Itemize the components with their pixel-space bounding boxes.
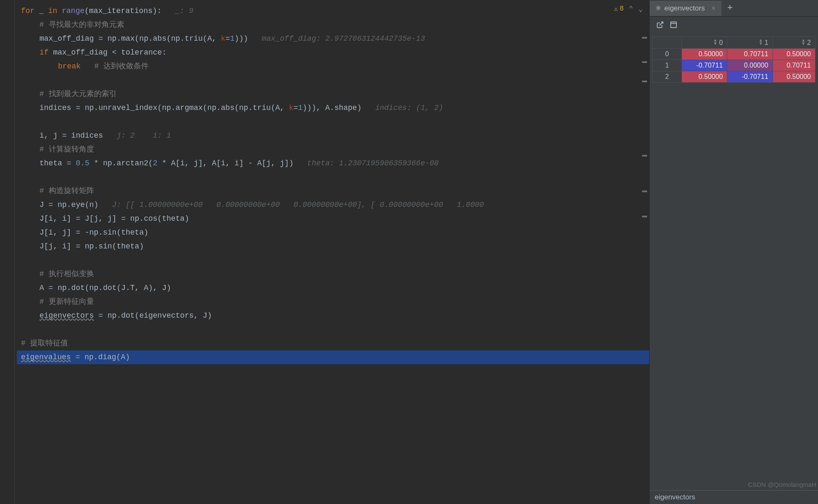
data-cell[interactable]: 0.70711 [773, 60, 815, 71]
sort-icon: ▲▼ [713, 39, 717, 45]
tab-eigenvectors[interactable]: ✱ eigenvectors × [650, 1, 721, 16]
table-header-row: ▲▼0 ▲▼1 ▲▼2 [653, 37, 815, 49]
table-row: 20.50000-0.707110.50000 [653, 71, 815, 83]
corner-cell [653, 37, 682, 49]
table-row: 1-0.707110.000000.70711 [653, 60, 815, 71]
data-cell[interactable]: 0.50000 [773, 49, 815, 60]
data-cell[interactable]: -0.70711 [727, 71, 773, 83]
open-external-icon[interactable] [656, 21, 664, 31]
tab-bar: ✱ eigenvectors × + [650, 0, 818, 17]
table-row: 00.500000.707110.50000 [653, 49, 815, 60]
window-icon[interactable] [670, 21, 677, 31]
code-editor[interactable]: for _ in range(max_iterations): _: 9 # 寻… [0, 0, 649, 364]
variable-icon: ✱ [655, 4, 661, 12]
data-table: ▲▼0 ▲▼1 ▲▼2 00.500000.707110.500001-0.70… [652, 37, 815, 83]
data-cell[interactable]: -0.70711 [682, 60, 727, 71]
panel-footer: eigenvectors [650, 490, 818, 504]
data-cell[interactable]: 0.50000 [773, 71, 815, 83]
footer-label: eigenvectors [655, 493, 695, 501]
watermark: CSDN @QomolangmaH [748, 481, 816, 488]
highlighted-line: eigenvalues = np.diag(A) [17, 350, 649, 364]
data-viewer-panel: ✱ eigenvectors × + ▲▼0 ▲▼1 ▲▼2 00.500000… [649, 0, 818, 504]
column-header[interactable]: ▲▼1 [727, 37, 773, 49]
row-index: 2 [653, 71, 682, 83]
row-index: 1 [653, 60, 682, 71]
data-cell[interactable]: 0.50000 [682, 71, 727, 83]
svg-rect-1 [671, 22, 676, 28]
sort-icon: ▲▼ [801, 39, 805, 45]
svg-line-0 [660, 22, 663, 25]
row-index: 0 [653, 49, 682, 60]
add-tab-button[interactable]: + [721, 3, 739, 13]
data-cell[interactable]: 0.70711 [727, 49, 773, 60]
column-header[interactable]: ▲▼0 [682, 37, 727, 49]
column-header[interactable]: ▲▼2 [773, 37, 815, 49]
editor-panel: ⚠ 8 ⌃ ⌄ for _ in range(max_iterations): … [0, 0, 649, 504]
data-cell[interactable]: 0.50000 [682, 49, 727, 60]
sort-icon: ▲▼ [759, 39, 763, 45]
keyword-for: for [21, 7, 34, 15]
tab-label: eigenvectors [664, 4, 705, 13]
close-icon[interactable]: × [711, 5, 715, 12]
data-cell[interactable]: 0.00000 [727, 60, 773, 71]
panel-toolbar [650, 17, 818, 35]
